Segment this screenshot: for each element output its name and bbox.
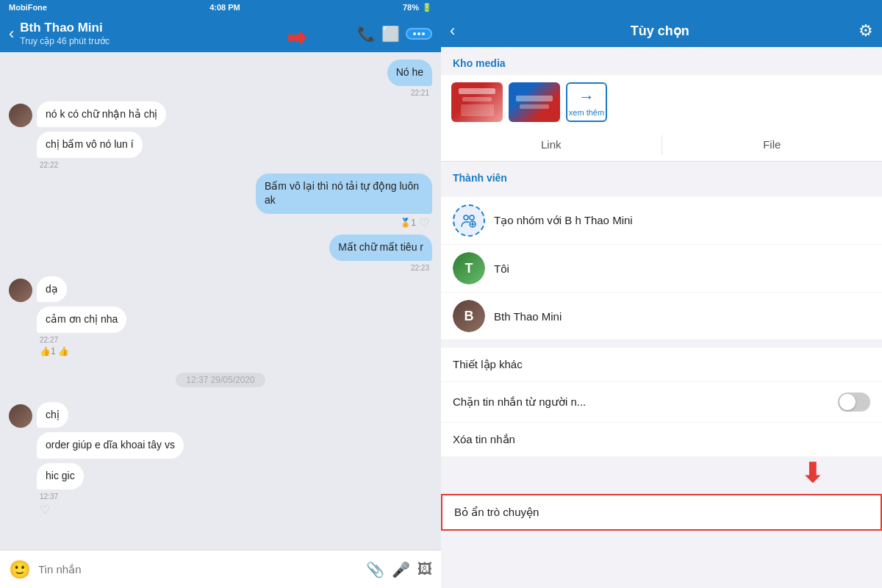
arrow-icon: →	[578, 87, 595, 107]
options-header-content: ‹ Tùy chọn ⚙	[450, 21, 873, 40]
avatar	[9, 104, 32, 127]
media-thumb-2[interactable]	[509, 82, 560, 122]
heart-icon[interactable]: ♡	[419, 216, 429, 230]
message-group: chị	[37, 402, 68, 429]
chat-panel: MobiFone 4:08 PM 78% 🔋 ‹ Bth Thao Mini T…	[0, 0, 441, 588]
add-group-avatar	[453, 204, 485, 237]
message-group: Bấm vô lại thì nó tải tự động luôn ak 🏅1…	[256, 173, 432, 230]
message-row: dạ	[9, 276, 432, 303]
message-bubble: Bấm vô lại thì nó tải tự động luôn ak	[256, 173, 432, 214]
members-section: Tạo nhóm với B h Thao Mini T Tôi B Bth T…	[441, 197, 882, 340]
members-section-label: Thành viên	[441, 162, 882, 190]
message-row: cảm ơn chị nha 22:27 👍1 👍	[9, 306, 432, 356]
message-group: nó k có chữ nhận hả chị	[37, 101, 166, 128]
member-avatar-bth: B	[453, 300, 485, 332]
dot3	[422, 32, 425, 35]
carrier-left: MobiFone	[9, 3, 47, 12]
chat-input-bar: 🙂 📎 🎤 🖼	[0, 550, 441, 588]
message-time: 22:27	[37, 336, 61, 344]
battery-left: 78% 🔋	[403, 3, 432, 12]
chat-messages: Nó he 22:21 nó k có chữ nhận hả chị chị …	[0, 52, 441, 550]
message-group: cảm ơn chị nha 22:27 👍1 👍	[37, 306, 126, 356]
block-toggle[interactable]	[838, 392, 870, 412]
attach-button[interactable]: 📎	[366, 561, 384, 578]
message-time: 22:21	[408, 89, 432, 97]
message-row: hic gic 12:37 ♡	[9, 463, 432, 517]
message-group: hic gic 12:37 ♡	[37, 463, 84, 517]
status-bar-left: MobiFone 4:08 PM 78% 🔋	[0, 0, 441, 15]
header-icons: 📞 ⬜	[357, 25, 432, 43]
message-input[interactable]	[38, 563, 359, 576]
settings-row-chan-tin[interactable]: Chặn tin nhắn từ người n...	[441, 382, 882, 423]
more-options-button[interactable]	[406, 28, 432, 40]
avatar	[9, 279, 32, 302]
message-bubble: order giúp e dĩa khoai tây vs	[37, 432, 184, 459]
options-body: Kho media → xem thêm	[441, 47, 882, 588]
heart-icon[interactable]: ♡	[40, 503, 50, 517]
message-group: dạ	[37, 276, 67, 303]
message-row: chị	[9, 402, 432, 429]
message-row: Nó he 22:21	[9, 60, 432, 97]
add-group-label: Tạo nhóm với B h Thao Mini	[494, 214, 633, 227]
message-group: chị bấm vô nó lun í 22:22	[37, 132, 143, 169]
member-row-bth[interactable]: B Bth Thao Mini	[441, 293, 882, 340]
media-section-label: Kho media	[441, 47, 882, 75]
message-bubble: dạ	[37, 276, 67, 303]
time-left: 4:08 PM	[209, 3, 240, 12]
reaction-row: ♡	[37, 503, 53, 517]
settings-label-chan-tin: Chặn tin nhắn từ người n...	[453, 395, 838, 409]
view-more-button[interactable]: → xem thêm	[566, 82, 607, 122]
options-panel: MobiFone 4:08 PM 78% 🔋 ‹ Tùy chọn ⚙ Kho …	[441, 0, 882, 588]
message-bubble: nó k có chữ nhận hả chị	[37, 101, 166, 128]
phone-icon[interactable]: 📞	[357, 25, 376, 43]
message-bubble: Nó he	[387, 60, 432, 86]
red-arrow-down-container: ⬇	[441, 460, 882, 487]
date-divider-container: 12:37 29/05/2020	[9, 367, 432, 393]
message-bubble: cảm ơn chị nha	[37, 306, 126, 333]
member-avatar-me: T	[453, 252, 485, 284]
dot1	[413, 32, 416, 35]
reaction-row: 👍1 👍	[37, 346, 72, 356]
message-group: order giúp e dĩa khoai tây vs	[37, 432, 184, 459]
message-row: nó k có chữ nhận hả chị	[9, 101, 432, 128]
settings-row-thiet-lap[interactable]: Thiết lập khác	[441, 348, 882, 382]
message-group: Nó he 22:21	[387, 60, 432, 97]
options-header: ‹ Tùy chọn ⚙	[441, 0, 882, 47]
message-row: Mất chữ mất tiêu r 22:23	[9, 234, 432, 272]
mic-button[interactable]: 🎤	[392, 561, 410, 578]
message-bubble: chị	[37, 402, 68, 429]
add-group-icon	[460, 212, 478, 229]
video-icon[interactable]: ⬜	[381, 25, 400, 43]
media-section: → xem thêm	[441, 75, 882, 129]
media-thumb-1[interactable]	[451, 82, 503, 122]
image-button[interactable]: 🖼	[417, 561, 432, 578]
message-time: 22:22	[37, 161, 61, 169]
add-group-row[interactable]: Tạo nhóm với B h Thao Mini	[441, 197, 882, 245]
red-arrow-down-icon: ⬇	[801, 460, 823, 487]
avatar-me: T	[453, 252, 485, 284]
red-arrow-right: ➡	[287, 24, 306, 51]
bo-an-button[interactable]: Bỏ ẩn trò chuyện	[441, 494, 882, 531]
options-title: Tùy chọn	[461, 23, 858, 39]
bo-an-label: Bỏ ẩn trò chuyện	[454, 506, 869, 519]
member-row-me[interactable]: T Tôi	[441, 245, 882, 293]
member-name-bth: Bth Thao Mini	[494, 310, 562, 323]
message-time: 22:23	[408, 264, 432, 272]
chat-subtitle: Truy cập 46 phút trước	[20, 36, 357, 46]
settings-label-xoa-tin: Xóa tin nhắn	[453, 433, 870, 446]
message-row: order giúp e dĩa khoai tây vs	[9, 432, 432, 459]
options-back-button[interactable]: ‹	[450, 23, 455, 39]
message-group: Mất chữ mất tiêu r 22:23	[329, 234, 432, 272]
tab-link[interactable]: Link	[441, 129, 662, 161]
message-time: 12:37	[37, 492, 61, 501]
message-row: Bấm vô lại thì nó tải tự động luôn ak 🏅1…	[9, 173, 432, 230]
back-button[interactable]: ‹	[9, 26, 14, 42]
chat-name: Bth Thao Mini	[20, 21, 357, 35]
gear-button[interactable]: ⚙	[858, 21, 873, 40]
emoji-button[interactable]: 🙂	[9, 559, 31, 580]
message-bubble: Mất chữ mất tiêu r	[329, 234, 432, 261]
settings-row-xoa-tin[interactable]: Xóa tin nhắn	[441, 423, 882, 457]
tab-file[interactable]: File	[662, 129, 883, 161]
svg-point-0	[464, 215, 468, 220]
reaction-thumb: 👍1 👍	[40, 346, 69, 356]
